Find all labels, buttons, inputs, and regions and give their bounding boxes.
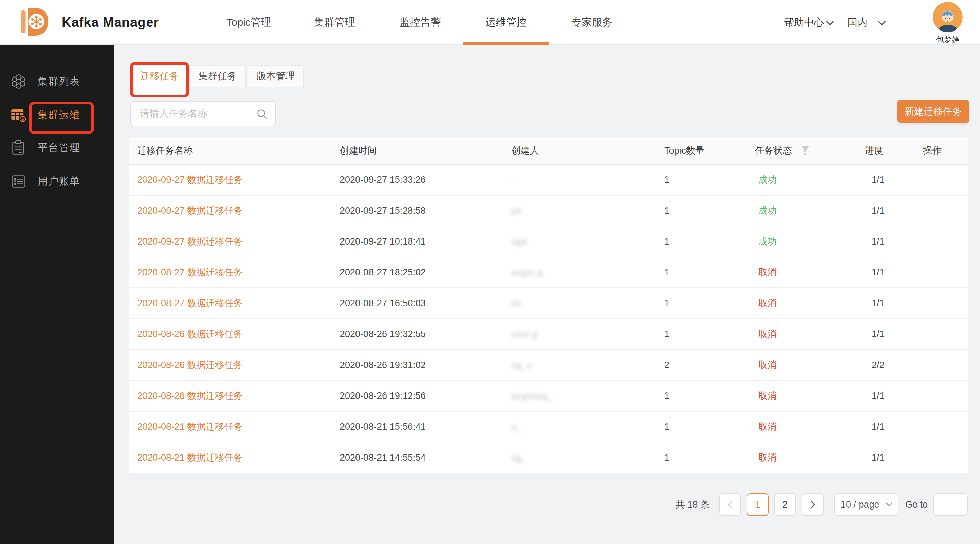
status-badge: 成功: [758, 235, 777, 247]
topic-count-cell: 1: [662, 205, 755, 216]
topic-count-cell: 1: [662, 452, 755, 463]
table-row: 2020-08-26 数据迁移任务 2020-08-26 19:32:55 sh…: [129, 319, 968, 350]
tab-migration-tasks[interactable]: 迁移任务: [132, 65, 187, 98]
status-badge: 成功: [758, 205, 777, 217]
user-name: 包梦婷: [931, 34, 965, 45]
table-row: 2020-08-26 数据迁移任务 2020-08-26 19:31:02 ng…: [129, 350, 968, 381]
creator-redacted: ng_: [511, 453, 527, 462]
task-name-link[interactable]: 2020-08-21 数据迁移任务: [137, 422, 243, 432]
table-row: 2020-08-27 数据迁移任务 2020-08-27 18:25:02 an…: [129, 257, 968, 288]
filter-funnel-icon[interactable]: [801, 146, 810, 155]
nav-ops-control[interactable]: 运维管控: [463, 0, 549, 44]
task-name-link[interactable]: 2020-08-26 数据迁移任务: [137, 329, 243, 339]
progress-cell: 1/1: [865, 452, 923, 463]
app-header: Kafka Manager Topic管理 集群管理 监控告警 运维管控 专家服…: [0, 0, 980, 44]
sidebar-item-user-billing[interactable]: 用户账单: [0, 165, 114, 198]
chevron-down-icon: [826, 18, 834, 26]
pagination-next-button[interactable]: [802, 493, 824, 516]
task-name-link[interactable]: 2020-08-21 数据迁移任务: [137, 452, 243, 463]
col-header-topic-count: Topic数量: [662, 144, 755, 157]
col-header-create-time: 创建时间: [340, 144, 511, 157]
brand[interactable]: Kafka Manager: [20, 0, 159, 44]
status-badge: 取消: [758, 451, 777, 464]
sidebar-item-cluster-list[interactable]: 集群列表: [0, 65, 114, 98]
sidebar-item-platform-management[interactable]: 平台管理: [0, 132, 114, 164]
task-search-input[interactable]: [131, 102, 275, 125]
table-row: 2020-09-27 数据迁移任务 2020-09-27 15:28:58 g4…: [129, 195, 968, 226]
status-badge: 取消: [758, 266, 777, 279]
sidebar-item-cluster-ops[interactable]: $ 集群运维: [0, 99, 114, 132]
progress-cell: 1/1: [865, 391, 923, 401]
task-name-link[interactable]: 2020-08-27 数据迁移任务: [137, 267, 243, 278]
progress-cell: 1/1: [865, 205, 923, 216]
main-content: 迁移任务 集群任务 版本管理 新建迁移任务 迁移任务名称 创建时间 创建人 To…: [114, 44, 980, 544]
tab-version-management[interactable]: 版本管理: [248, 65, 304, 87]
create-time-cell: 2020-08-26 19:31:02: [340, 360, 511, 370]
pagination-prev-button[interactable]: [719, 493, 741, 516]
active-nav-underline: [463, 41, 549, 44]
status-badge: 成功: [758, 174, 777, 186]
hexagon-cluster-icon: [10, 73, 27, 90]
col-header-task-name: 迁移任务名称: [129, 144, 340, 157]
creator-redacted: ng4: [511, 237, 527, 246]
create-time-cell: 2020-08-26 19:32:55: [340, 329, 511, 339]
status-badge: 取消: [758, 297, 777, 309]
migration-task-table: 迁移任务名称 创建时间 创建人 Topic数量 任务状态 进度 操作 2020-: [129, 137, 968, 473]
nav-cluster-management[interactable]: 集群管理: [292, 0, 377, 44]
nav-expert-service[interactable]: 专家服务: [549, 0, 635, 44]
help-center-menu[interactable]: 帮助中心: [784, 0, 833, 44]
task-name-link[interactable]: 2020-09-27 数据迁移任务: [137, 236, 243, 247]
tab-cluster-tasks[interactable]: 集群任务: [189, 65, 246, 87]
create-time-cell: 2020-08-27 18:25:02: [340, 267, 511, 278]
svg-text:$: $: [21, 117, 24, 122]
chevron-down-icon: [886, 500, 892, 506]
user-menu[interactable]: 包梦婷: [931, 2, 965, 45]
task-name-link[interactable]: 2020-08-26 数据迁移任务: [137, 391, 243, 401]
creator-redacted: a_: [511, 422, 522, 431]
search-icon[interactable]: [256, 108, 268, 121]
task-name-link[interactable]: 2020-09-27 数据迁移任务: [137, 174, 243, 185]
creator-redacted: ng_v: [511, 360, 532, 370]
status-badge: 取消: [758, 359, 777, 371]
col-header-actions: 操作: [923, 144, 968, 157]
topic-count-cell: 1: [662, 422, 755, 432]
progress-cell: 2/2: [865, 360, 923, 370]
col-header-creator: 创建人: [511, 144, 662, 157]
task-name-link[interactable]: 2020-08-26 数据迁移任务: [137, 360, 243, 370]
creator-redacted: angm g: [511, 268, 543, 277]
creator-redacted: shirl g: [511, 330, 538, 339]
nav-monitor-alert[interactable]: 监控告警: [377, 0, 463, 44]
top-navigation: Topic管理 集群管理 监控告警 运维管控 专家服务: [206, 0, 635, 44]
creator-redacted: angming_: [511, 391, 553, 401]
page-size-select[interactable]: 10 / page: [834, 493, 898, 516]
list-icon: [10, 173, 27, 190]
sidebar-item-label: 集群列表: [38, 75, 80, 89]
task-name-link[interactable]: 2020-08-27 数据迁移任务: [137, 298, 243, 308]
create-time-cell: 2020-09-27 10:18:41: [340, 236, 511, 247]
create-migration-task-button[interactable]: 新建迁移任务: [897, 100, 969, 123]
chevron-down-icon: [878, 18, 886, 26]
progress-cell: 1/1: [865, 298, 923, 309]
clipboard-icon: [10, 140, 27, 156]
goto-page-input[interactable]: [933, 493, 968, 516]
table-row: 2020-08-27 数据迁移任务 2020-08-27 16:50:03 sh…: [129, 288, 968, 319]
topic-count-cell: 1: [662, 236, 755, 247]
task-name-link[interactable]: 2020-09-27 数据迁移任务: [137, 205, 243, 216]
topic-count-cell: 1: [662, 298, 755, 309]
table-row: 2020-08-21 数据迁移任务 2020-08-21 15:56:41 a_…: [129, 412, 968, 442]
create-time-cell: 2020-09-27 15:28:58: [340, 205, 511, 216]
kafka-logo-icon: [20, 5, 52, 39]
nav-topic-management[interactable]: Topic管理: [206, 0, 292, 44]
status-badge: 取消: [758, 328, 777, 340]
creator-redacted: sh: [511, 299, 521, 308]
pagination-page-2[interactable]: 2: [774, 493, 796, 516]
pagination-total: 共 18 条: [676, 498, 710, 511]
col-header-progress: 进度: [865, 144, 923, 157]
goto-label: Go to: [905, 500, 928, 510]
app-title: Kafka Manager: [62, 15, 159, 30]
pagination-page-1[interactable]: 1: [747, 493, 768, 516]
creator-redacted: g4: [511, 206, 522, 216]
avatar: [933, 27, 963, 33]
topic-count-cell: 1: [662, 174, 755, 185]
region-select[interactable]: 国内: [848, 0, 885, 44]
